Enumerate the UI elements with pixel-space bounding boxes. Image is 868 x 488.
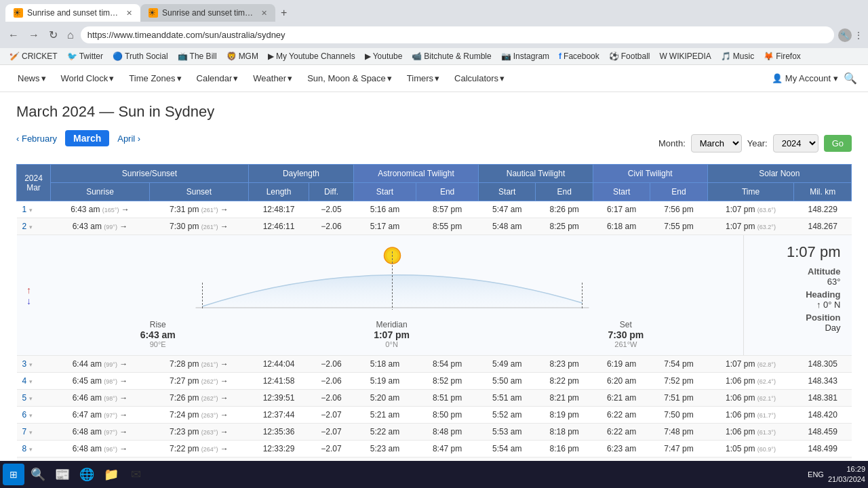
inactive-tab[interactable]: ☀ Sunrise and sunset times in Sy... ✕ <box>140 4 275 22</box>
bookmark-firefox[interactable]: 🦊 Firefox <box>760 50 805 62</box>
table-row: 4 ▾ 6:45 am (98°) → 7:27 pm (262°) → 12:… <box>17 373 852 390</box>
position-label: Position <box>755 312 841 323</box>
bookmark-facebook-label: Facebook <box>564 52 599 61</box>
month-year-selectors: Month: March Year: 2024 Go <box>658 134 852 152</box>
search-taskbar[interactable]: 🔍 <box>27 464 49 485</box>
day-cell: 8 ▾ <box>17 441 51 458</box>
next-month-link[interactable]: April › <box>117 134 140 144</box>
taskbar: ⊞ 🔍 📰 🌐 📁 ✉ ENG 16:29 21/03/2024 <box>0 461 868 488</box>
sub-naut-start: Start <box>479 183 536 201</box>
bookmark-cricket[interactable]: 🏏 CRICKET <box>5 50 62 62</box>
taskbar-widgets[interactable]: 📰 <box>52 464 73 485</box>
taskbar-date: 21/03/2024 <box>828 474 865 485</box>
heading-label: Heading <box>755 289 841 300</box>
altitude-value: 63° <box>755 277 841 287</box>
site-nav: News ▾ World Clock ▾ Time Zones ▾ Calend… <box>0 65 868 92</box>
bitchute-icon: 📹 <box>412 52 422 61</box>
bookmark-youtube-channels[interactable]: ▶ My Youtube Channels <box>264 50 359 62</box>
bookmark-music-label: Music <box>733 52 754 61</box>
back-button[interactable]: ← <box>5 26 22 44</box>
address-input[interactable] <box>81 26 834 43</box>
tab-title-2: Sunrise and sunset times in Sy... <box>162 8 257 18</box>
start-button[interactable]: ⊞ <box>3 464 24 485</box>
month-select[interactable]: March <box>691 134 742 152</box>
month-nav: ‹ February March April › <box>16 130 140 146</box>
taskbar-explorer[interactable]: 📁 <box>100 464 122 485</box>
set-deg: 261°W <box>608 340 644 348</box>
sub-civil-start: Start <box>593 183 650 201</box>
bookmark-wikipedia[interactable]: W WIKIPEDIA <box>655 50 715 62</box>
solar-time: 1:07 pm <box>755 243 841 261</box>
bookmark-music[interactable]: 🎵 Music <box>717 50 758 62</box>
nav-weather-arrow: ▾ <box>288 73 292 83</box>
nav-time-zones[interactable]: Time Zones ▾ <box>122 65 188 92</box>
col-sunrise-sunset: Sunrise/Sunset <box>51 165 249 183</box>
clock-display: 16:29 21/03/2024 <box>828 464 865 485</box>
table-row: 1 ▾ 6:43 am (165°) → 7:31 pm (261°) → 12… <box>17 201 852 218</box>
new-tab-button[interactable]: + <box>275 4 292 22</box>
bookmark-yt-channels-label: My Youtube Channels <box>276 52 355 61</box>
year-label: Year: <box>747 138 768 148</box>
nav-calendar[interactable]: Calendar ▾ <box>190 65 245 92</box>
tab-close-btn[interactable]: ✕ <box>126 9 132 18</box>
search-button[interactable]: 🔍 <box>844 72 857 85</box>
bookmark-football[interactable]: ⚽ Football <box>605 50 654 62</box>
rise-deg: 90°E <box>140 340 176 348</box>
col-naut-twilight: Nautical Twilight <box>479 165 593 183</box>
bookmark-facebook[interactable]: f Facebook <box>555 50 604 62</box>
table-row: 2 ▾ 6:43 am (99°) → 7:30 pm (261°) → 12:… <box>17 218 852 235</box>
up-arrow-icon: ↑ <box>26 285 31 296</box>
bookmark-firefox-label: Firefox <box>776 52 801 61</box>
nav-world-clock[interactable]: World Clock ▾ <box>54 65 121 92</box>
bookmark-youtube[interactable]: ▶ Youtube <box>361 50 407 62</box>
prev-month-link[interactable]: ‹ February <box>16 134 57 144</box>
meridian-time: 1:07 pm <box>374 329 410 340</box>
bookmark-twitter[interactable]: 🐦 Twitter <box>63 50 107 62</box>
menu-icon[interactable]: ⋮ <box>854 30 863 40</box>
sun-arc-svg <box>41 242 743 317</box>
chart-rise: Rise 6:43 am 90°E <box>140 320 176 348</box>
sub-civil-end: End <box>650 183 707 201</box>
table-row: 5 ▾ 6:46 am (98°) → 7:26 pm (262°) → 12:… <box>17 390 852 407</box>
nav-weather[interactable]: Weather ▾ <box>246 65 299 92</box>
rise-time: 6:43 am <box>140 329 176 340</box>
reload-button[interactable]: ↻ <box>46 26 60 44</box>
nav-calculators[interactable]: Calculators ▾ <box>448 65 511 92</box>
nav-timers-arrow: ▾ <box>435 73 439 83</box>
taskbar-language: ENG <box>808 470 824 479</box>
taskbar-mail[interactable]: ✉ <box>125 464 146 485</box>
nav-sun-moon[interactable]: Sun, Moon & Space ▾ <box>300 65 399 92</box>
nav-timers[interactable]: Timers ▾ <box>400 65 446 92</box>
day-cell: 2 ▾ <box>17 218 51 235</box>
tab-bar: ☀ Sunrise and sunset times in Sy... ✕ ☀ … <box>0 0 868 22</box>
bookmark-bill[interactable]: 📺 The Bill <box>174 50 221 62</box>
bookmarks-bar: 🏏 CRICKET 🐦 Twitter 🔵 Truth Social 📺 The… <box>0 48 868 65</box>
music-icon: 🎵 <box>721 52 731 61</box>
bookmark-instagram[interactable]: 📷 Instagram <box>497 50 553 62</box>
set-label: Set <box>608 320 644 329</box>
down-arrow-icon: ↓ <box>26 296 31 306</box>
bookmark-truth[interactable]: 🔵 Truth Social <box>108 50 172 62</box>
go-button[interactable]: Go <box>824 135 852 152</box>
tab-close-btn-2[interactable]: ✕ <box>261 9 267 18</box>
year-select[interactable]: 2024 <box>773 134 818 152</box>
extensions-icon[interactable]: 🔧 <box>838 28 852 42</box>
chart-meridian: Meridian 1:07 pm 0°N <box>374 320 410 348</box>
bookmark-bitchute[interactable]: 📹 Bitchute & Rumble <box>408 50 495 62</box>
home-button[interactable]: ⌂ <box>64 26 77 44</box>
forward-button[interactable]: → <box>26 26 42 44</box>
browser-actions: 🔧 ⋮ <box>838 28 863 42</box>
tab-favicon: ☀ <box>14 8 23 18</box>
account-icon: 👤 <box>772 73 783 83</box>
heading-value: ↑ 0° N <box>755 300 841 310</box>
col-civil-twilight: Civil Twilight <box>593 165 707 183</box>
site-nav-left: News ▾ World Clock ▾ Time Zones ▾ Calend… <box>11 65 511 92</box>
day-cell: 4 ▾ <box>17 373 51 390</box>
yt-channels-icon: ▶ <box>268 52 274 61</box>
bookmark-mgm[interactable]: 🦁 MGM <box>222 50 262 62</box>
active-tab[interactable]: ☀ Sunrise and sunset times in Sy... ✕ <box>5 4 140 22</box>
table-row: 6 ▾ 6:47 am (97°) → 7:24 pm (263°) → 12:… <box>17 407 852 424</box>
account-button[interactable]: 👤 My Account ▾ <box>772 73 838 83</box>
nav-news[interactable]: News ▾ <box>11 65 53 92</box>
taskbar-browser[interactable]: 🌐 <box>76 464 98 485</box>
